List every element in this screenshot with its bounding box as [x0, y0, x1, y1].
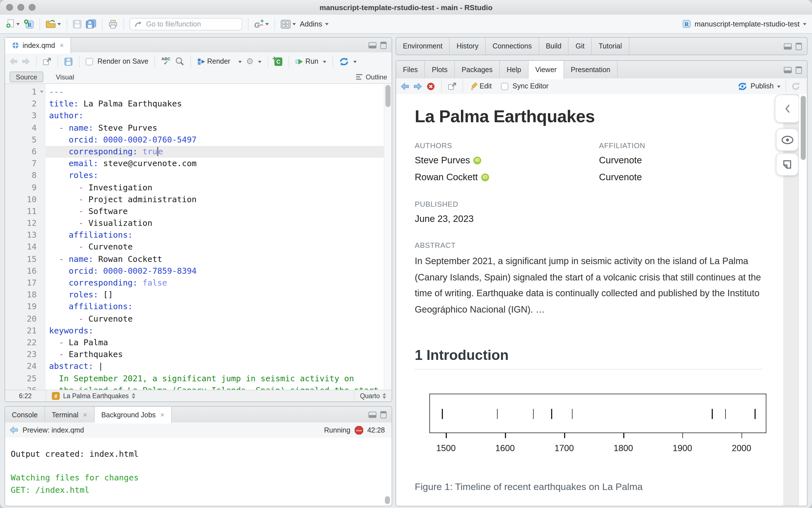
- maximize-pane-icon[interactable]: [796, 66, 802, 74]
- fold-toggle-icon[interactable]: [40, 91, 43, 95]
- close-icon[interactable]: ×: [59, 42, 64, 49]
- minimize-window-button[interactable]: [17, 4, 24, 11]
- orcid-icon[interactable]: iD: [481, 173, 489, 181]
- run-button[interactable]: Run: [295, 57, 318, 65]
- insert-chunk-button[interactable]: +C: [275, 57, 282, 66]
- chevron-down-icon[interactable]: [777, 85, 780, 89]
- save-icon[interactable]: [64, 57, 73, 66]
- minimize-pane-icon[interactable]: [784, 43, 792, 49]
- code-editor[interactable]: 1234567891011121314151617181920212223242…: [5, 84, 392, 390]
- publish-button[interactable]: Publish: [750, 82, 774, 90]
- viewer-scrollbar-thumb[interactable]: [801, 96, 806, 160]
- code-line[interactable]: affiliations:: [46, 229, 384, 241]
- spellcheck-icon[interactable]: ABC ✓: [161, 57, 171, 66]
- tab-history[interactable]: History: [450, 38, 486, 55]
- tab-packages[interactable]: Packages: [455, 61, 500, 79]
- tab-console[interactable]: Console: [5, 407, 45, 423]
- tab-help[interactable]: Help: [500, 61, 528, 79]
- code-line[interactable]: - Curvenote: [46, 241, 384, 253]
- minimize-pane-icon[interactable]: [369, 412, 376, 418]
- minimize-pane-icon[interactable]: [369, 42, 376, 48]
- code-line[interactable]: corresponding: true: [46, 146, 384, 158]
- chevron-down-icon[interactable]: [258, 60, 261, 65]
- minimize-pane-icon[interactable]: [784, 67, 792, 73]
- code-line[interactable]: affiliations:: [46, 301, 384, 313]
- code-line[interactable]: - Investigation: [46, 182, 384, 194]
- new-file-button[interactable]: [6, 19, 20, 29]
- forward-icon[interactable]: [414, 83, 422, 90]
- save-all-button[interactable]: [86, 19, 96, 29]
- code-line[interactable]: roles: []: [46, 289, 384, 301]
- filetype-selector[interactable]: Quarto: [354, 390, 392, 401]
- editor-scrollbar-thumb[interactable]: [385, 85, 391, 107]
- code-line[interactable]: corresponding: false: [46, 277, 384, 289]
- forward-icon[interactable]: [22, 58, 30, 65]
- new-project-button[interactable]: R: [24, 19, 34, 29]
- maximize-pane-icon[interactable]: [796, 43, 802, 50]
- code-line[interactable]: - La Palma: [46, 337, 384, 349]
- chevron-down-icon[interactable]: [353, 60, 357, 65]
- popout-icon[interactable]: [448, 82, 456, 90]
- code-line[interactable]: - name: Steve Purves: [46, 122, 384, 134]
- code-line[interactable]: the island of La Palma (Canary Islands, …: [46, 384, 384, 390]
- code-line[interactable]: roles:: [46, 170, 384, 182]
- console-output[interactable]: Output created: index.html Watching file…: [5, 437, 392, 506]
- print-button[interactable]: [108, 19, 118, 29]
- console-scrollbar-thumb[interactable]: [385, 496, 390, 504]
- project-menu[interactable]: R manuscript-template-rstudio-test: [682, 19, 806, 29]
- code-line[interactable]: author:: [46, 110, 384, 122]
- tab-presentation[interactable]: Presentation: [564, 61, 618, 79]
- tab-git[interactable]: Git: [569, 38, 592, 55]
- code-line[interactable]: - Curvenote: [46, 313, 384, 325]
- viewer-scrollbar[interactable]: [799, 94, 807, 506]
- tab-plots[interactable]: Plots: [425, 61, 455, 79]
- zoom-window-button[interactable]: [29, 4, 36, 11]
- panes-layout-button[interactable]: [281, 19, 296, 29]
- code-line[interactable]: - Visualization: [46, 217, 384, 229]
- code-line[interactable]: - Project administration: [46, 194, 384, 205]
- tab-terminal[interactable]: Terminal×: [45, 407, 95, 423]
- preview-visibility-button[interactable]: [776, 128, 799, 151]
- back-icon[interactable]: [10, 426, 18, 434]
- code-line[interactable]: orcid: 0000-0002-0760-5497: [46, 134, 384, 146]
- close-window-button[interactable]: [6, 4, 13, 11]
- back-icon[interactable]: [401, 83, 409, 90]
- git-menu-button[interactable]: +−G: [254, 19, 269, 29]
- tab-index-qmd[interactable]: index.qmd ×: [5, 38, 71, 53]
- edit-button[interactable]: Edit: [470, 82, 492, 90]
- code-line[interactable]: - Software: [46, 206, 384, 217]
- chevron-down-icon[interactable]: [238, 60, 241, 65]
- tab-background-jobs[interactable]: Background Jobs×: [94, 407, 172, 424]
- close-icon[interactable]: ×: [160, 411, 165, 418]
- visual-mode-button[interactable]: Visual: [50, 72, 80, 82]
- code-line[interactable]: - name: Rowan Cockett: [46, 253, 384, 265]
- popout-icon[interactable]: [43, 57, 51, 65]
- rerun-icon[interactable]: [339, 57, 349, 66]
- tab-viewer[interactable]: Viewer: [529, 61, 564, 79]
- render-button[interactable]: Render: [197, 57, 230, 66]
- tab-tutorial[interactable]: Tutorial: [592, 38, 629, 55]
- collapse-panel-button[interactable]: [775, 95, 800, 123]
- render-on-save-checkbox[interactable]: [86, 58, 93, 65]
- code-line[interactable]: ---: [46, 86, 384, 98]
- tab-connections[interactable]: Connections: [486, 38, 539, 55]
- stop-icon[interactable]: STOP: [354, 425, 363, 434]
- section-selector[interactable]: # La Palma Earthquakes: [46, 392, 354, 400]
- orcid-icon[interactable]: iD: [473, 156, 481, 164]
- close-icon[interactable]: ×: [83, 411, 87, 418]
- goto-file-input[interactable]: [145, 19, 237, 29]
- open-file-button[interactable]: [46, 20, 61, 28]
- refresh-icon[interactable]: [791, 82, 800, 91]
- chevron-down-icon[interactable]: [323, 60, 326, 65]
- search-icon[interactable]: [175, 57, 184, 66]
- addins-menu[interactable]: Addins: [300, 20, 328, 28]
- goto-file-search[interactable]: [130, 18, 242, 30]
- code-line[interactable]: title: La Palma Earthquakes: [46, 98, 384, 110]
- code-line[interactable]: email: steve@curvenote.com: [46, 158, 384, 170]
- code-line[interactable]: keywords:: [46, 325, 384, 337]
- outline-button[interactable]: Outline: [356, 73, 387, 81]
- clear-icon[interactable]: [427, 82, 435, 90]
- code-line[interactable]: orcid: 0000-0002-7859-8394: [46, 265, 384, 277]
- comment-button[interactable]: [776, 153, 799, 176]
- maximize-pane-icon[interactable]: [380, 42, 387, 49]
